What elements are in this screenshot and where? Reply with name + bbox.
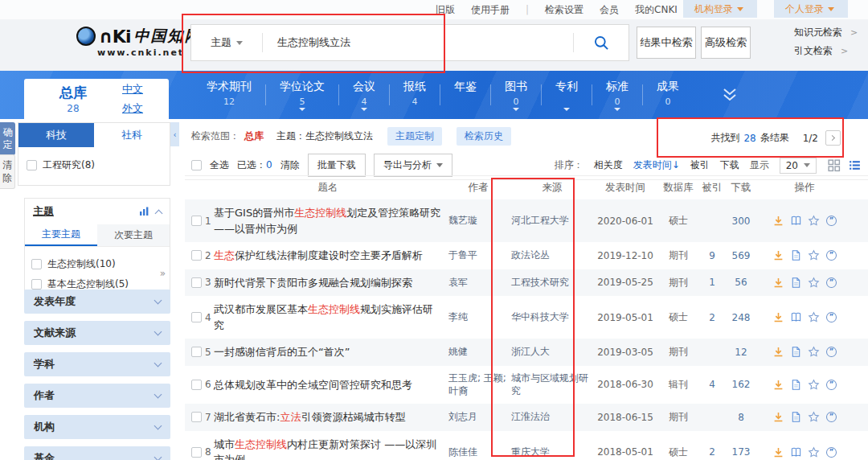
sort-publish-date[interactable]: 发表时间↓ bbox=[633, 158, 680, 172]
favorite-star-icon[interactable] bbox=[808, 446, 820, 458]
download-icon[interactable] bbox=[772, 215, 784, 227]
row-checkbox[interactable] bbox=[191, 277, 202, 288]
read-online-icon[interactable] bbox=[790, 446, 802, 458]
read-online-icon[interactable] bbox=[790, 215, 802, 227]
link-old-version[interactable]: 旧版 bbox=[436, 3, 455, 17]
filter-discipline[interactable]: 学科 bbox=[24, 352, 170, 376]
search-button[interactable] bbox=[574, 35, 628, 51]
search-in-results-button[interactable]: 结果中检索 bbox=[637, 27, 696, 59]
select-all-checkbox[interactable] bbox=[191, 160, 202, 170]
html-read-icon[interactable] bbox=[790, 411, 802, 423]
citation-icon[interactable]: ” bbox=[825, 215, 837, 227]
row-checkbox[interactable] bbox=[191, 447, 202, 458]
filter-institution[interactable]: 机构 bbox=[24, 415, 170, 439]
knowledge-element-search-link[interactable]: 知识元检索 > bbox=[794, 26, 858, 39]
search-input[interactable]: 生态控制线立法 bbox=[263, 35, 573, 50]
result-title-link[interactable]: 生态保护红线法律制度建设时空主要矛盾解析 bbox=[214, 249, 423, 261]
row-checkbox[interactable] bbox=[191, 380, 202, 390]
cited-count[interactable]: 2 bbox=[699, 312, 725, 323]
result-title-link[interactable]: 基于GIS的晋州市生态控制线划定及管控策略研究——以晋州市为例 bbox=[214, 207, 440, 235]
list-view-icon[interactable] bbox=[848, 158, 862, 172]
more-databases-button[interactable] bbox=[720, 87, 739, 103]
category-item-engineering[interactable]: 工程研究(8) bbox=[18, 147, 170, 185]
total-database-card[interactable]: 总库 28 中文 外文 bbox=[24, 79, 169, 119]
favorite-star-icon[interactable] bbox=[808, 249, 820, 261]
favorite-star-icon[interactable] bbox=[808, 215, 820, 227]
source-link[interactable]: 华中科技大学 bbox=[511, 310, 593, 324]
html-read-icon[interactable] bbox=[790, 249, 802, 261]
author-link[interactable]: 王玉虎; 王颖; 叶裔 bbox=[448, 372, 511, 399]
author-link[interactable]: 刘志月 bbox=[448, 410, 511, 424]
source-link[interactable]: 浙江人大 bbox=[511, 345, 593, 359]
tab-science-tech[interactable]: 科技 bbox=[18, 123, 94, 147]
sort-cited[interactable]: 被引 bbox=[690, 158, 710, 172]
page-size-select[interactable]: 20 bbox=[780, 158, 817, 174]
favorite-star-icon[interactable] bbox=[808, 411, 820, 423]
download-icon[interactable] bbox=[772, 249, 784, 261]
tab-secondary-topics[interactable]: 次要主题 bbox=[97, 224, 170, 246]
citation-icon[interactable]: ” bbox=[825, 446, 837, 458]
source-link[interactable]: 工程技术研究 bbox=[511, 276, 593, 290]
checkbox[interactable] bbox=[31, 259, 42, 269]
author-link[interactable]: 魏艺璇 bbox=[448, 214, 511, 228]
row-checkbox[interactable] bbox=[191, 216, 202, 226]
tab-social-science[interactable]: 社科 bbox=[94, 123, 170, 147]
favorite-star-icon[interactable] bbox=[808, 346, 820, 358]
result-title-link[interactable]: 总体规划改革中的全域空间管控研究和思考 bbox=[214, 379, 412, 391]
result-title-link[interactable]: 一封感谢信背后的五个“首次” bbox=[214, 346, 350, 358]
topic-section-title[interactable]: 主题 bbox=[33, 204, 54, 219]
sort-downloads[interactable]: 下载 bbox=[720, 158, 739, 172]
html-read-icon[interactable] bbox=[790, 346, 802, 358]
cited-count[interactable]: 4 bbox=[699, 379, 725, 390]
search-history-button[interactable]: 检索历史 bbox=[457, 127, 511, 146]
tab-yearbooks[interactable]: 年鉴 bbox=[440, 80, 490, 111]
read-online-icon[interactable] bbox=[790, 311, 802, 323]
lang-chinese-link[interactable]: 中文 bbox=[122, 82, 143, 97]
filter-publish-year[interactable]: 发表年度 bbox=[24, 290, 170, 314]
tab-main-topics[interactable]: 主要主题 bbox=[25, 224, 97, 246]
checkbox[interactable] bbox=[31, 279, 42, 290]
source-link[interactable]: 江淮法治 bbox=[511, 410, 593, 424]
result-title-link[interactable]: 湖北省黄石市:立法引领资源枯竭城市转型 bbox=[214, 411, 405, 423]
batch-download-button[interactable]: 批量下载 bbox=[308, 154, 366, 177]
grid-view-icon[interactable] bbox=[827, 158, 841, 172]
citation-search-link[interactable]: 引文检索 > bbox=[794, 44, 858, 58]
author-link[interactable]: 李纯 bbox=[448, 310, 511, 324]
favorite-star-icon[interactable] bbox=[808, 277, 820, 289]
row-checkbox[interactable] bbox=[191, 250, 202, 261]
advanced-search-button[interactable]: 高级检索 bbox=[701, 27, 751, 59]
tab-academic-journals[interactable]: 学术期刊 12 bbox=[193, 80, 265, 111]
source-link[interactable]: 重庆大学 bbox=[511, 446, 593, 459]
download-icon[interactable] bbox=[772, 446, 784, 458]
search-field-select[interactable]: 主题 bbox=[191, 35, 262, 50]
favorite-star-icon[interactable] bbox=[808, 379, 820, 391]
link-member[interactable]: 会员 bbox=[600, 3, 619, 17]
chevron-up-icon[interactable] bbox=[155, 209, 163, 217]
clear-selection-button[interactable]: 清除 bbox=[280, 158, 300, 172]
author-link[interactable]: 姚健 bbox=[448, 345, 511, 359]
link-my-cnki[interactable]: 我的CNKI bbox=[635, 3, 678, 17]
citation-icon[interactable]: ” bbox=[825, 249, 837, 261]
row-checkbox[interactable] bbox=[191, 347, 202, 357]
bar-chart-icon[interactable] bbox=[139, 207, 149, 216]
download-icon[interactable] bbox=[772, 411, 784, 423]
tab-standards[interactable]: 标准 0 bbox=[592, 80, 642, 111]
row-checkbox[interactable] bbox=[191, 412, 202, 422]
tab-newspapers[interactable]: 报纸 4 bbox=[390, 80, 440, 111]
link-search-settings[interactable]: 检索设置 bbox=[545, 3, 583, 17]
personal-login-button[interactable]: 个人登录 bbox=[774, 0, 848, 18]
tab-books[interactable]: 图书 0 bbox=[491, 80, 541, 111]
tab-achievements[interactable]: 成果 0 bbox=[643, 80, 693, 111]
source-link[interactable]: 河北工程大学 bbox=[511, 214, 593, 228]
export-analyze-button[interactable]: 导出与分析 bbox=[374, 154, 452, 177]
author-link[interactable]: 于鲁平 bbox=[448, 248, 511, 262]
result-title-link[interactable]: 武汉都市发展区基本生态控制线规划实施评估研究 bbox=[214, 303, 433, 331]
favorite-star-icon[interactable] bbox=[808, 311, 820, 323]
source-link[interactable]: 城市与区域规划研究 bbox=[511, 372, 593, 399]
source-link[interactable]: 政法论丛 bbox=[511, 248, 593, 262]
expand-more-icon[interactable]: » bbox=[160, 268, 166, 279]
next-page-button[interactable] bbox=[825, 130, 841, 146]
sidebar-collapse-handle[interactable]: ‹ bbox=[170, 122, 179, 146]
tab-dissertations[interactable]: 学位论文 5 bbox=[266, 80, 338, 111]
row-checkbox[interactable] bbox=[191, 312, 202, 322]
